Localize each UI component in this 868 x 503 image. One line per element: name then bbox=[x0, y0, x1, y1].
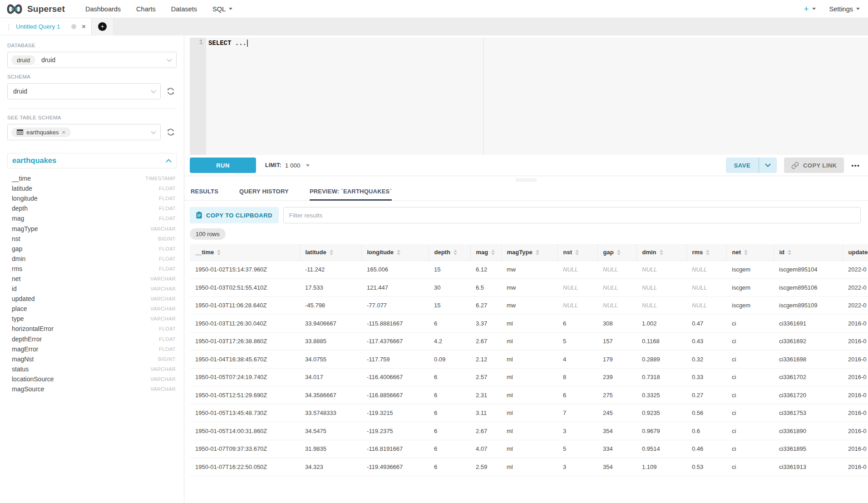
column-header-latitude[interactable]: latitude bbox=[300, 244, 361, 261]
copy-link-button[interactable]: COPY LINK bbox=[784, 158, 844, 173]
schema-column-type: VARCHAR bbox=[150, 376, 176, 382]
sort-icon[interactable] bbox=[397, 250, 400, 255]
line-number: 1 bbox=[190, 39, 203, 46]
column-header-mag[interactable]: mag bbox=[470, 244, 501, 261]
table-cell: 121.447 bbox=[361, 279, 429, 297]
query-tab-label: Untitled Query 1 bbox=[16, 23, 69, 30]
column-header-updated[interactable]: updated bbox=[843, 244, 868, 261]
filter-results-input[interactable] bbox=[283, 207, 861, 223]
remove-table-icon[interactable]: × bbox=[62, 129, 66, 136]
table-cell: 179 bbox=[597, 350, 636, 369]
query-tabbar: ⋮ Untitled Query 1 × + bbox=[0, 18, 868, 35]
sort-icon[interactable] bbox=[744, 250, 748, 255]
new-tab-button[interactable]: + bbox=[92, 18, 113, 35]
table-cell: -117.4376667 bbox=[361, 332, 429, 350]
nav-item-datasets[interactable]: Datasets bbox=[163, 5, 205, 13]
table-cell: ci bbox=[726, 404, 774, 422]
schema-column-type: VARCHAR bbox=[150, 296, 176, 301]
column-header-label: __time bbox=[195, 249, 214, 256]
sort-icon[interactable] bbox=[617, 250, 621, 255]
save-split-button[interactable]: SAVE bbox=[726, 158, 777, 173]
table-cell: iscgem895106 bbox=[774, 279, 843, 297]
column-header-nst[interactable]: nst bbox=[557, 244, 597, 261]
link-icon bbox=[791, 162, 799, 169]
column-header-longitude[interactable]: longitude bbox=[361, 244, 429, 261]
schema-select[interactable]: druid bbox=[7, 83, 161, 99]
limit-dropdown[interactable]: LIMIT: 1 000 bbox=[265, 162, 310, 169]
sort-icon[interactable] bbox=[491, 250, 495, 255]
table-cell: 2016-0 bbox=[843, 440, 868, 458]
column-header-time[interactable]: __time bbox=[190, 244, 300, 261]
more-options-icon[interactable]: ••• bbox=[851, 162, 860, 169]
table-cell: 0.33 bbox=[686, 368, 726, 386]
column-header-magtype[interactable]: magType bbox=[501, 244, 557, 261]
table-cell: 0.56 bbox=[686, 404, 726, 422]
query-tab-active[interactable]: ⋮ Untitled Query 1 × bbox=[0, 18, 92, 35]
sort-icon[interactable] bbox=[454, 250, 457, 255]
close-tab-icon[interactable]: × bbox=[82, 23, 86, 30]
editor-code-area[interactable]: SELECT ... bbox=[206, 38, 868, 155]
column-header-rms[interactable]: rms bbox=[686, 244, 726, 261]
tab-preview-earthquakes[interactable]: PREVIEW: `EARTHQUAKES` bbox=[310, 188, 392, 200]
table-cell: 0.43 bbox=[686, 332, 726, 350]
database-select[interactable]: druid druid bbox=[7, 52, 177, 68]
sort-icon[interactable] bbox=[536, 250, 539, 255]
column-header-gap[interactable]: gap bbox=[597, 244, 636, 261]
table-row: 1950-01-03T02:51:55.410Z17.533121.447306… bbox=[190, 279, 868, 297]
schema-column-row: __timeTIMESTAMP bbox=[7, 173, 177, 183]
sort-icon[interactable] bbox=[575, 250, 579, 255]
refresh-tables-button[interactable] bbox=[166, 127, 177, 138]
nav-settings-menu[interactable]: Settings bbox=[829, 5, 860, 13]
column-header-net[interactable]: net bbox=[726, 244, 774, 261]
tab-query-history[interactable]: QUERY HISTORY bbox=[239, 188, 289, 200]
nav-item-sql[interactable]: SQL bbox=[205, 5, 240, 13]
table-cell: 5 bbox=[557, 440, 597, 458]
table-cell: 3.37 bbox=[470, 315, 501, 333]
sort-icon[interactable] bbox=[788, 250, 791, 255]
table-schema-select[interactable]: earthquakes × bbox=[7, 124, 161, 140]
column-header-depth[interactable]: depth bbox=[429, 244, 470, 261]
top-navbar: Superset DashboardsChartsDatasetsSQL + S… bbox=[0, 0, 868, 18]
limit-label: LIMIT: bbox=[265, 162, 281, 168]
sort-icon[interactable] bbox=[706, 250, 710, 255]
table-cell: 33.5748333 bbox=[300, 404, 361, 422]
sort-icon[interactable] bbox=[330, 250, 333, 255]
table-cell: 1.002 bbox=[636, 315, 686, 333]
column-header-dmin[interactable]: dmin bbox=[636, 244, 686, 261]
nav-plus-button[interactable]: + bbox=[804, 5, 815, 13]
column-header-id[interactable]: id bbox=[774, 244, 843, 261]
schema-column-row: nstBIGINT bbox=[7, 234, 177, 244]
sort-icon[interactable] bbox=[217, 250, 221, 255]
schema-column-name: locationSource bbox=[12, 375, 54, 383]
schema-column-type: FLOAT bbox=[159, 216, 176, 221]
column-header-label: depth bbox=[434, 249, 450, 256]
schema-column-type: FLOAT bbox=[159, 196, 176, 201]
refresh-schemas-button[interactable] bbox=[166, 86, 177, 97]
nav-item-charts[interactable]: Charts bbox=[128, 5, 163, 13]
table-cell: 1950-01-03T17:26:38.860Z bbox=[190, 332, 300, 350]
nav-item-dashboards[interactable]: Dashboards bbox=[78, 5, 128, 13]
drag-handle-icon[interactable]: ⋮ bbox=[5, 23, 12, 31]
run-button[interactable]: RUN bbox=[190, 158, 256, 173]
schema-column-type: FLOAT bbox=[159, 336, 176, 342]
superset-logo[interactable]: Superset bbox=[5, 3, 65, 15]
pane-resize-handle[interactable] bbox=[184, 176, 868, 183]
save-dropdown-toggle[interactable] bbox=[759, 158, 777, 173]
copy-to-clipboard-button[interactable]: COPY TO CLIPBOARD bbox=[190, 207, 279, 223]
schema-column-name: nst bbox=[12, 235, 20, 242]
chevron-up-icon[interactable] bbox=[166, 159, 172, 163]
sql-editor[interactable]: 1 SELECT ... bbox=[190, 38, 868, 155]
table-cell: ml bbox=[501, 458, 557, 476]
table-schema-header[interactable]: earthquakes bbox=[7, 153, 177, 168]
schema-column-name: dmin bbox=[12, 255, 25, 262]
schema-column-type: FLOAT bbox=[159, 266, 176, 271]
chevron-down-icon bbox=[167, 59, 172, 62]
text-cursor bbox=[247, 39, 248, 47]
table-tag: earthquakes × bbox=[11, 128, 71, 137]
save-button[interactable]: SAVE bbox=[726, 158, 759, 173]
table-cell: -116.8191667 bbox=[361, 440, 429, 458]
main-pane: 1 SELECT ... RUN LIMIT: 1 000 SAVE bbox=[184, 35, 868, 503]
tab-results[interactable]: RESULTS bbox=[191, 188, 218, 200]
table-cell: 6.5 bbox=[470, 279, 501, 297]
sort-icon[interactable] bbox=[660, 250, 663, 255]
